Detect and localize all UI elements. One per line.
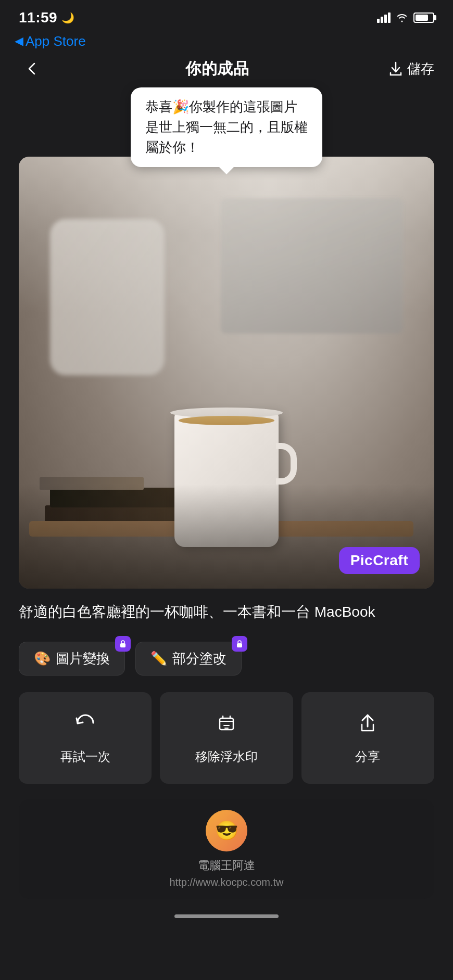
back-chevron-icon: [25, 61, 40, 76]
moon-icon: 🌙: [61, 11, 74, 24]
app-store-nav: ◀ App Store: [0, 31, 453, 54]
remove-watermark-icon: [215, 711, 238, 740]
sofa-shape: [50, 219, 165, 375]
mug-handle: [276, 443, 297, 485]
save-button[interactable]: 儲存: [388, 60, 434, 78]
back-button[interactable]: [19, 55, 46, 82]
brand-overlay: 😎 電腦王阿達 http://www.kocpc.com.tw: [19, 799, 434, 899]
caption-text: 舒適的白色客廳裡的一杯咖啡、一本書和一台 MacBook: [19, 604, 375, 620]
toast-bubble: 恭喜🎉你製作的這張圖片 是世上獨一無二的，且版權 屬於你！: [131, 87, 322, 167]
brand-logo: 😎: [206, 810, 247, 851]
status-icons: [377, 12, 434, 23]
partial-edit-button[interactable]: ✏️ 部分塗改: [135, 642, 242, 676]
share-label: 分享: [355, 748, 380, 765]
image-transform-lock-badge: [115, 636, 131, 652]
lock-icon: [119, 640, 127, 648]
partial-edit-label: 部分塗改: [172, 650, 227, 668]
status-time: 11:59: [19, 9, 57, 26]
photo-bg: [19, 157, 434, 589]
home-indicator: [0, 909, 453, 928]
lock-icon-2: [236, 640, 243, 648]
share-icon: [356, 711, 380, 740]
signal-icon: [377, 12, 391, 23]
toast-text: 恭喜🎉你製作的這張圖片 是世上獨一無二的，且版權 屬於你！: [145, 99, 308, 155]
partial-edit-lock-badge: [232, 636, 247, 652]
remove-watermark-button[interactable]: 移除浮水印: [160, 692, 293, 784]
feature-buttons-row: 🎨 圖片變換 ✏️ 部分塗改: [0, 633, 453, 684]
battery-icon: [413, 12, 434, 23]
laptop-shape: [221, 198, 403, 334]
status-bar: 11:59 🌙: [0, 0, 453, 31]
retry-button[interactable]: 再試一次: [19, 692, 152, 784]
toast-container: 恭喜🎉你製作的這張圖片 是世上獨一無二的，且版權 屬於你！: [0, 87, 453, 167]
save-label: 儲存: [407, 60, 434, 78]
photo-container: PicCraft: [19, 157, 434, 589]
nav-bar: 你的成品 儲存: [0, 54, 453, 87]
image-transform-icon: 🎨: [34, 651, 51, 667]
caption-area: 舒適的白色客廳裡的一杯咖啡、一本書和一台 MacBook: [0, 589, 453, 633]
svg-rect-1: [237, 643, 242, 647]
svg-rect-0: [120, 643, 125, 647]
retry-label: 再試一次: [60, 748, 110, 765]
app-store-back-button[interactable]: ◀ App Store: [15, 33, 86, 49]
app-store-chevron: ◀: [15, 34, 23, 48]
brand-emoji: 😎: [215, 820, 238, 842]
save-icon: [388, 61, 403, 76]
brand-url: http://www.kocpc.com.tw: [170, 876, 284, 888]
share-button[interactable]: 分享: [301, 692, 434, 784]
wifi-icon: [396, 13, 408, 22]
remove-watermark-label: 移除浮水印: [195, 748, 258, 765]
page-title: 你的成品: [185, 58, 249, 80]
photo-placeholder: PicCraft: [19, 157, 434, 589]
partial-edit-icon: ✏️: [150, 651, 167, 667]
retry-icon: [73, 711, 97, 740]
image-transform-label: 圖片變換: [56, 650, 110, 668]
brand-name: 電腦王阿達: [198, 858, 255, 873]
piccraft-watermark: PicCraft: [339, 547, 420, 574]
image-transform-button[interactable]: 🎨 圖片變換: [19, 642, 125, 676]
home-bar: [174, 914, 279, 918]
actions-grid: 再試一次 移除浮水印 分享: [0, 684, 453, 799]
app-store-label: App Store: [26, 33, 86, 49]
